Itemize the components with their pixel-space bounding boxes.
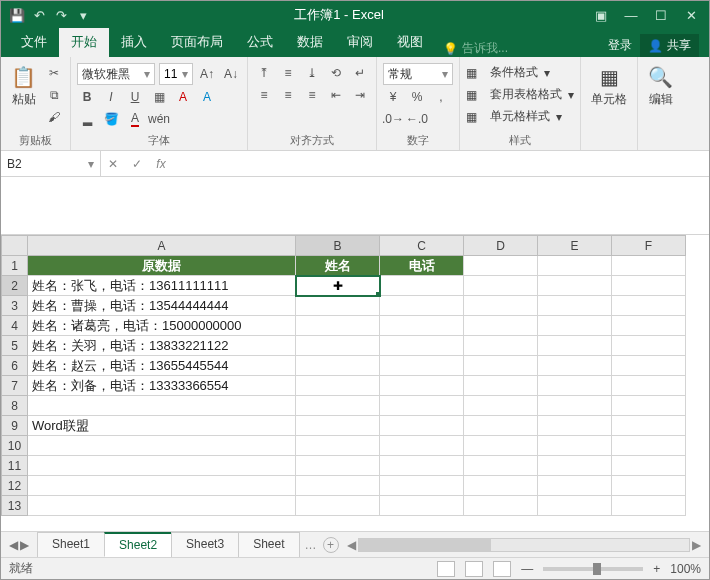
cell-B11[interactable]	[296, 456, 380, 476]
horizontal-scrollbar[interactable]: ◀ ▶	[339, 538, 710, 552]
share-button[interactable]: 👤共享	[640, 34, 699, 57]
cell-E12[interactable]	[538, 476, 612, 496]
cell-C1[interactable]: 电话	[380, 256, 464, 276]
cell-E3[interactable]	[538, 296, 612, 316]
cell-E7[interactable]	[538, 376, 612, 396]
grow-font-icon[interactable]: A↑	[197, 64, 217, 84]
cell-F10[interactable]	[612, 436, 686, 456]
number-format-combo[interactable]: 常规▾	[383, 63, 453, 85]
cell-E9[interactable]	[538, 416, 612, 436]
cell-E4[interactable]	[538, 316, 612, 336]
cell-F11[interactable]	[612, 456, 686, 476]
zoom-in-icon[interactable]: +	[653, 562, 660, 576]
cell-E6[interactable]	[538, 356, 612, 376]
qat-dropdown-icon[interactable]: ▾	[75, 7, 91, 23]
cell-F2[interactable]	[612, 276, 686, 296]
font-size-combo[interactable]: 11▾	[159, 63, 193, 85]
conditional-format-button[interactable]: ▦条件格式 ▾	[466, 63, 550, 82]
ribbon-options-icon[interactable]: ▣	[587, 4, 615, 26]
cell-F9[interactable]	[612, 416, 686, 436]
cell-D13[interactable]	[464, 496, 538, 516]
inc-decimal-icon[interactable]: .0→	[383, 109, 403, 129]
align-center-icon[interactable]: ≡	[278, 85, 298, 105]
sheet-tab-sheet2[interactable]: Sheet2	[104, 532, 172, 557]
format-painter-icon[interactable]: 🖌	[44, 107, 64, 127]
row-header-6[interactable]: 6	[2, 356, 28, 376]
cell-A11[interactable]	[28, 456, 296, 476]
merge-icon[interactable]: ⇥	[350, 85, 370, 105]
chevron-down-icon[interactable]: ▾	[88, 157, 94, 171]
cell-E10[interactable]	[538, 436, 612, 456]
row-header-12[interactable]: 12	[2, 476, 28, 496]
cell-F13[interactable]	[612, 496, 686, 516]
cell-A5[interactable]: 姓名：关羽，电话：13833221122	[28, 336, 296, 356]
table-format-button[interactable]: ▦套用表格格式 ▾	[466, 85, 574, 104]
comma-icon[interactable]: ,	[431, 87, 451, 107]
sheet-tab-sheet4[interactable]: Sheet	[238, 532, 299, 557]
tab-view[interactable]: 视图	[385, 28, 435, 57]
cell-D11[interactable]	[464, 456, 538, 476]
font-color-b-icon[interactable]: A	[197, 87, 217, 107]
view-break-icon[interactable]	[493, 561, 511, 577]
scroll-right-icon[interactable]: ▶	[690, 538, 703, 552]
col-header-C[interactable]: C	[380, 236, 464, 256]
align-bottom-icon[interactable]: ⤓	[302, 63, 322, 83]
sheet-tab-sheet3[interactable]: Sheet3	[171, 532, 239, 557]
font-color-a-icon[interactable]: A	[173, 87, 193, 107]
sheet-tab-sheet1[interactable]: Sheet1	[37, 532, 105, 557]
cell-B4[interactable]	[296, 316, 380, 336]
cell-F5[interactable]	[612, 336, 686, 356]
cell-F8[interactable]	[612, 396, 686, 416]
cell-E13[interactable]	[538, 496, 612, 516]
cell-E8[interactable]	[538, 396, 612, 416]
cell-E11[interactable]	[538, 456, 612, 476]
view-layout-icon[interactable]	[465, 561, 483, 577]
cancel-formula-icon[interactable]: ✕	[101, 157, 125, 171]
cell-C7[interactable]	[380, 376, 464, 396]
tab-data[interactable]: 数据	[285, 28, 335, 57]
redo-icon[interactable]: ↷	[53, 7, 69, 23]
border-bottom-icon[interactable]: ▂	[77, 109, 97, 129]
phonetic-icon[interactable]: wén	[149, 109, 169, 129]
align-right-icon[interactable]: ≡	[302, 85, 322, 105]
cell-D8[interactable]	[464, 396, 538, 416]
cell-E1[interactable]	[538, 256, 612, 276]
cell-A3[interactable]: 姓名：曹操，电话：13544444444	[28, 296, 296, 316]
formula-input[interactable]	[173, 151, 709, 176]
cell-E5[interactable]	[538, 336, 612, 356]
cell-C9[interactable]	[380, 416, 464, 436]
cell-B2[interactable]: ✚	[296, 276, 380, 296]
maximize-icon[interactable]: ☐	[647, 4, 675, 26]
cell-A8[interactable]	[28, 396, 296, 416]
cut-icon[interactable]: ✂	[44, 63, 64, 83]
cell-F1[interactable]	[612, 256, 686, 276]
row-header-9[interactable]: 9	[2, 416, 28, 436]
row-header-1[interactable]: 1	[2, 256, 28, 276]
paste-button[interactable]: 📋粘贴	[7, 63, 40, 110]
cell-A4[interactable]: 姓名：诸葛亮，电话：15000000000	[28, 316, 296, 336]
save-icon[interactable]: 💾	[9, 7, 25, 23]
cell-D10[interactable]	[464, 436, 538, 456]
cell-D5[interactable]	[464, 336, 538, 356]
font-color-icon[interactable]: A	[125, 109, 145, 129]
spreadsheet-grid[interactable]: ABCDEF1原数据姓名电话2姓名：张飞，电话：13611111111✚3姓名：…	[1, 235, 709, 531]
close-icon[interactable]: ✕	[677, 4, 705, 26]
orientation-icon[interactable]: ⟲	[326, 63, 346, 83]
cell-F6[interactable]	[612, 356, 686, 376]
cells-button[interactable]: ▦单元格	[587, 63, 631, 110]
align-middle-icon[interactable]: ≡	[278, 63, 298, 83]
cell-D2[interactable]	[464, 276, 538, 296]
cell-F4[interactable]	[612, 316, 686, 336]
cell-B12[interactable]	[296, 476, 380, 496]
shrink-font-icon[interactable]: A↓	[221, 64, 241, 84]
cell-C2[interactable]	[380, 276, 464, 296]
indent-dec-icon[interactable]: ⇤	[326, 85, 346, 105]
sheet-nav-next-icon[interactable]: ▶	[20, 538, 29, 552]
fx-icon[interactable]: fx	[149, 157, 173, 171]
row-header-2[interactable]: 2	[2, 276, 28, 296]
tab-home[interactable]: 开始	[59, 28, 109, 57]
cell-F12[interactable]	[612, 476, 686, 496]
col-header-A[interactable]: A	[28, 236, 296, 256]
cell-A6[interactable]: 姓名：赵云，电话：13655445544	[28, 356, 296, 376]
wrap-text-icon[interactable]: ↵	[350, 63, 370, 83]
